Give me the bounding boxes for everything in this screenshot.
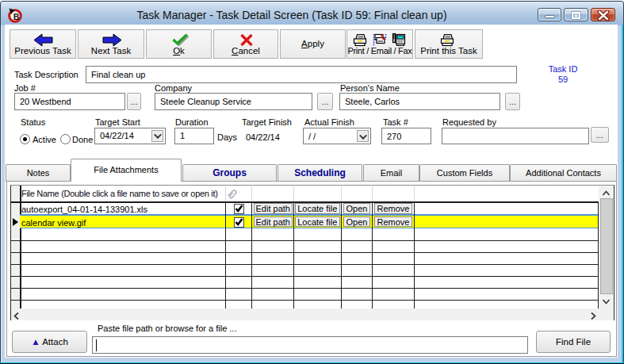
svg-text:B: B (13, 12, 20, 21)
